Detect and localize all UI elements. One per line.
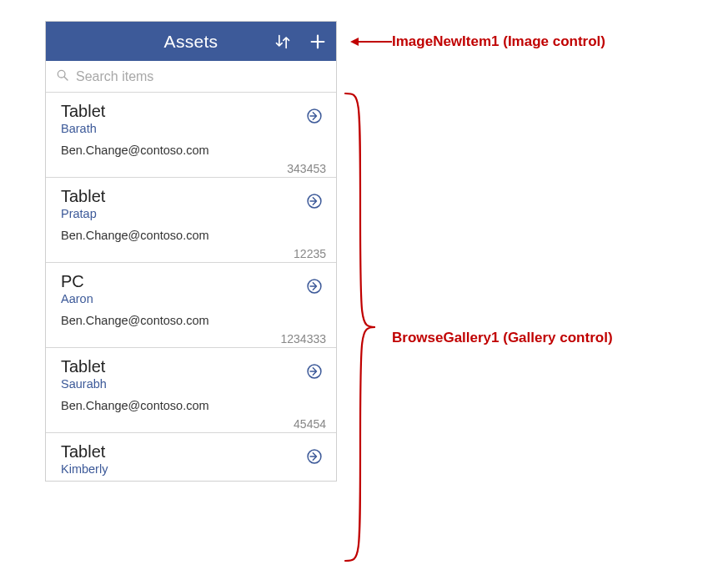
item-subtitle: Barath [61, 122, 328, 135]
search-row [46, 61, 336, 93]
arrow-right-icon[interactable] [306, 193, 323, 209]
arrow-right-icon[interactable] [306, 363, 323, 380]
annotation-label-side: BrowseGallery1 (Gallery control) [392, 330, 613, 346]
arrow-right-icon[interactable] [306, 108, 323, 124]
item-subtitle: Saurabh [61, 377, 328, 391]
item-subtitle: Kimberly [61, 462, 328, 476]
annotation-brace-icon [344, 92, 377, 562]
app-screen: Assets Tablet [45, 21, 337, 482]
list-item[interactable]: Tablet Kimberly [46, 433, 336, 481]
search-input[interactable] [76, 69, 326, 84]
item-subtitle: Pratap [61, 207, 328, 220]
list-item[interactable]: Tablet Saurabh Ben.Change@contoso.com 45… [46, 348, 336, 433]
svg-line-1 [64, 77, 68, 80]
item-number: 45454 [61, 417, 328, 431]
svg-marker-8 [350, 38, 359, 46]
item-email: Ben.Change@contoso.com [61, 229, 328, 242]
list-item[interactable]: PC Aaron Ben.Change@contoso.com 1234333 [46, 263, 336, 348]
browse-gallery: Tablet Barath Ben.Change@contoso.com 343… [46, 93, 336, 481]
sort-icon[interactable] [273, 32, 293, 52]
item-number: 343453 [61, 162, 328, 175]
list-item[interactable]: Tablet Barath Ben.Change@contoso.com 343… [46, 93, 336, 178]
annotation-arrow-icon [350, 35, 392, 48]
item-email: Ben.Change@contoso.com [61, 399, 328, 412]
item-email: Ben.Change@contoso.com [61, 314, 328, 327]
item-title: Tablet [61, 356, 328, 376]
arrow-right-icon[interactable] [306, 278, 323, 295]
header-bar: Assets [46, 22, 336, 61]
item-number: 12235 [61, 247, 328, 260]
annotation-label-top: ImageNewItem1 (Image control) [392, 33, 605, 50]
item-title: Tablet [61, 441, 328, 462]
item-title: Tablet [61, 186, 328, 206]
arrow-right-icon[interactable] [306, 448, 323, 465]
add-icon[interactable] [308, 32, 328, 52]
item-title: PC [61, 271, 328, 291]
header-actions [273, 22, 328, 61]
search-icon [56, 68, 69, 85]
item-email: Ben.Change@contoso.com [61, 144, 328, 157]
item-number: 1234333 [61, 332, 328, 346]
item-title: Tablet [61, 101, 328, 121]
list-item[interactable]: Tablet Pratap Ben.Change@contoso.com 122… [46, 178, 336, 263]
item-subtitle: Aaron [61, 292, 328, 305]
